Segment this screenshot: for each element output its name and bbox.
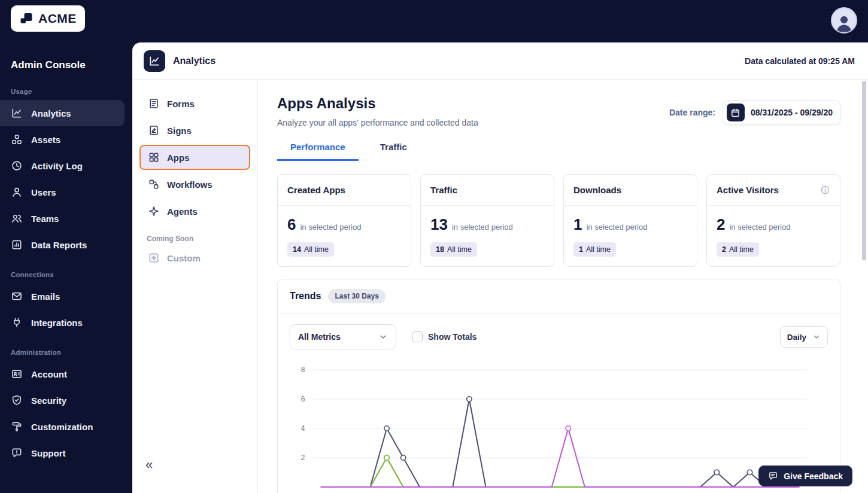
info-icon[interactable]	[820, 185, 830, 195]
stat-value: 1	[573, 215, 582, 234]
all-time-value: 18	[436, 245, 444, 254]
document-signature-icon	[148, 124, 160, 136]
vertical-scrollbar[interactable]	[862, 81, 866, 260]
subnav-item-label: Agents	[167, 206, 198, 217]
analysis-tabs: Performance Traffic	[277, 142, 840, 161]
user-icon	[11, 186, 23, 198]
paint-roller-icon	[11, 421, 23, 433]
calendar-icon	[727, 104, 745, 121]
apps-grid-icon	[148, 151, 160, 163]
sidebar-item-security[interactable]: Security	[0, 387, 125, 413]
date-range-label: Date range:	[669, 108, 715, 117]
svg-text:2: 2	[301, 454, 305, 462]
section-label-administration: Administration	[0, 336, 132, 361]
all-time-label: All time	[729, 245, 754, 254]
sidebar-item-integrations[interactable]: Integrations	[0, 309, 125, 336]
sidebar-item-label: Assets	[31, 135, 60, 145]
sidebar-item-account[interactable]: Account	[0, 361, 125, 387]
tab-performance[interactable]: Performance	[277, 142, 359, 161]
collapse-subnav-button[interactable]: «	[145, 458, 153, 471]
sidebar: Admin Console Usage Analytics Assets Act…	[0, 42, 132, 493]
subnav-item-workflows[interactable]: Workflows	[139, 172, 250, 197]
date-range-value: 08/31/2025 - 09/29/20	[751, 108, 833, 117]
user-avatar[interactable]	[831, 7, 857, 34]
svg-text:8: 8	[301, 366, 305, 374]
content-area: Apps Analysis Analyze your all apps' per…	[258, 80, 868, 493]
sidebar-item-teams[interactable]: Teams	[0, 205, 125, 232]
plug-icon	[11, 317, 23, 328]
sidebar-item-support[interactable]: Support	[0, 440, 125, 466]
chevron-down-icon	[378, 332, 388, 342]
give-feedback-button[interactable]: Give Feedback	[758, 465, 852, 486]
interval-select[interactable]: Daily	[780, 326, 828, 348]
subnav-item-label: Workflows	[167, 179, 213, 190]
shield-check-icon	[11, 394, 23, 406]
sidebar-item-label: Support	[31, 448, 66, 458]
workflow-nodes-icon	[148, 178, 160, 190]
subnav-item-forms[interactable]: Forms	[139, 91, 250, 116]
subnav-item-label: Apps	[167, 153, 190, 163]
sidebar-item-activity-log[interactable]: Activity Log	[0, 153, 125, 179]
custom-sparkle-icon	[148, 252, 160, 264]
show-totals-label: Show Totals	[428, 332, 477, 342]
subnav-item-agents[interactable]: Agents	[139, 199, 250, 224]
stat-caption: in selected period	[729, 223, 790, 232]
sidebar-item-label: Data Reports	[31, 240, 87, 250]
logo-text: ACME	[38, 11, 77, 26]
data-calculated-status: Data calculated at 09:25 AM	[745, 56, 855, 66]
page-title: Apps Analysis	[277, 95, 478, 112]
all-time-label: All time	[586, 245, 611, 254]
stat-title: Downloads	[573, 185, 621, 195]
all-time-badge: 18 All time	[430, 242, 477, 257]
subnav-item-signs[interactable]: Signs	[139, 118, 250, 143]
sidebar-item-customization[interactable]: Customization	[0, 413, 125, 440]
svg-text:6: 6	[301, 395, 305, 403]
acme-logo-mark-icon	[19, 11, 34, 26]
sidebar-item-data-reports[interactable]: Data Reports	[0, 232, 125, 258]
all-time-label: All time	[447, 245, 472, 254]
show-totals-checkbox[interactable]	[412, 331, 423, 342]
metrics-select[interactable]: All Metrics	[290, 324, 396, 349]
stat-caption: in selected period	[586, 223, 647, 232]
all-time-value: 14	[293, 245, 301, 254]
section-label-usage: Usage	[0, 75, 132, 100]
all-time-badge: 14 All time	[287, 242, 334, 257]
stat-caption: in selected period	[300, 223, 361, 232]
trends-chart: 2468	[289, 360, 839, 493]
sidebar-item-label: Users	[31, 187, 56, 197]
sidebar-item-assets[interactable]: Assets	[0, 126, 125, 153]
stat-card-traffic: Traffic 13 in selected period 18 All tim…	[420, 174, 554, 267]
metrics-select-value: All Metrics	[298, 332, 341, 342]
section-label-connections: Connections	[0, 258, 132, 283]
trends-card: Trends Last 30 Days All Metrics Show Tot…	[277, 279, 840, 493]
sidebar-item-users[interactable]: Users	[0, 179, 125, 205]
sidebar-item-label: Activity Log	[31, 161, 83, 171]
stat-caption: in selected period	[452, 223, 513, 232]
sidebar-item-label: Analytics	[31, 108, 71, 118]
acme-logo[interactable]: ACME	[11, 5, 85, 32]
subnav-item-label: Signs	[167, 126, 192, 136]
stat-value: 13	[430, 215, 448, 234]
stat-card-downloads: Downloads 1 in selected period 1 All tim…	[563, 174, 697, 267]
subnav-item-label: Forms	[167, 99, 195, 109]
sidebar-item-label: Security	[31, 395, 66, 406]
envelope-icon	[11, 290, 23, 302]
date-range-picker[interactable]: 08/31/2025 - 09/29/20	[723, 100, 840, 125]
module-title: Analytics	[173, 56, 216, 66]
all-time-badge: 1 All time	[573, 242, 616, 257]
stats-grid: Created Apps 6 in selected period 14 All…	[277, 174, 840, 267]
tab-traffic[interactable]: Traffic	[367, 142, 420, 161]
trends-title: Trends	[290, 291, 321, 302]
interval-select-value: Daily	[787, 333, 806, 342]
all-time-value: 2	[722, 245, 726, 254]
feedback-chat-icon	[768, 471, 778, 481]
console-title: Admin Console	[0, 42, 132, 75]
stat-card-created-apps: Created Apps 6 in selected period 14 All…	[277, 174, 411, 267]
subnav-item-apps[interactable]: Apps	[139, 145, 250, 170]
history-clock-icon	[11, 160, 23, 172]
analytics-module-icon	[144, 50, 165, 72]
report-chart-icon	[11, 239, 23, 251]
sidebar-item-analytics[interactable]: Analytics	[0, 100, 125, 126]
coming-soon-label: Coming Soon	[147, 235, 257, 243]
sidebar-item-emails[interactable]: Emails	[0, 283, 125, 309]
